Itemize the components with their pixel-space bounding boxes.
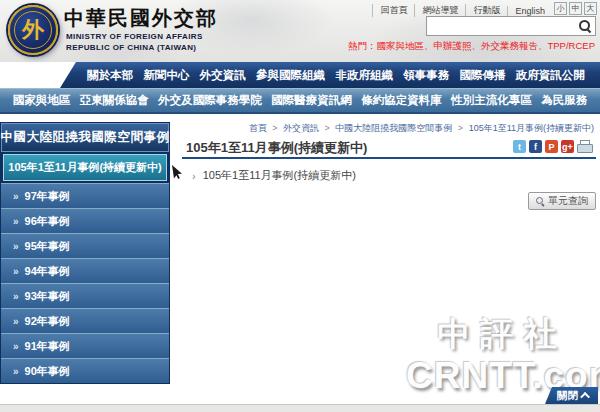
- unit-search-button[interactable]: 單元查詢: [528, 192, 596, 210]
- page: 外 中華民國外交部 MINISTRY OF FOREIGN AFFAIRS RE…: [0, 0, 600, 412]
- double-chevron-icon: »: [13, 241, 19, 252]
- page-title: 105年1至11月事例(持續更新中): [186, 139, 367, 157]
- font-size-large-button[interactable]: 大: [584, 2, 597, 15]
- plurk-share-icon[interactable]: P: [545, 140, 558, 153]
- secondary-nav: 國家與地區 亞東關係協會 外交及國際事務學院 國際醫療資訊網 條約協定資料庫 性…: [0, 88, 600, 114]
- nav2-gender-mainstreaming[interactable]: 性別主流化專區: [451, 93, 532, 108]
- sidebar-item-96[interactable]: » 96年事例: [1, 208, 169, 233]
- link-english[interactable]: English: [507, 6, 552, 16]
- nav2-diplomacy-institute[interactable]: 外交及國際事務學院: [158, 93, 262, 108]
- hot-link-passport[interactable]: 申辦護照: [433, 40, 471, 51]
- print-icon[interactable]: [577, 140, 592, 153]
- font-size-controls: 小 中 大: [554, 2, 597, 15]
- mouse-cursor: [172, 165, 182, 179]
- article-list: › 105年1至11月事例(持續更新中): [192, 168, 356, 183]
- font-size-small-button[interactable]: 小: [554, 2, 567, 15]
- sidebar-item-label: 92年事例: [25, 314, 70, 329]
- double-chevron-icon: »: [13, 216, 19, 227]
- nav2-medical-info-net[interactable]: 國際醫療資訊網: [271, 93, 352, 108]
- nav-consular-affairs[interactable]: 領事事務: [403, 68, 449, 83]
- social-share-bar: t f P g+: [513, 140, 592, 153]
- sidebar: 中國大陸阻撓我國際空間事例 105年1至11月事例(持續更新中) » 97年事例…: [0, 122, 170, 384]
- sidebar-item-94[interactable]: » 94年事例: [1, 258, 169, 283]
- article-link[interactable]: 105年1至11月事例(持續更新中): [203, 168, 356, 183]
- site-title: 中華民國外交部: [64, 5, 218, 32]
- font-size-medium-button[interactable]: 中: [569, 2, 582, 15]
- magnifier-icon: [536, 197, 545, 206]
- breadcrumb-separator: >: [455, 123, 466, 133]
- sidebar-item-93[interactable]: » 93年事例: [1, 283, 169, 308]
- sidebar-item-label: 90年事例: [25, 364, 70, 379]
- mofa-emblem-logo: 外: [8, 5, 58, 55]
- nav2-east-asia-relations[interactable]: 亞東關係協會: [80, 93, 149, 108]
- double-chevron-icon: »: [13, 366, 19, 377]
- chevron-up-icon: [580, 392, 590, 402]
- search-input[interactable]: [427, 18, 578, 34]
- sidebar-item-label: 95年事例: [25, 239, 70, 254]
- site-subtitle-line1: MINISTRY OF FOREIGN AFFAIRS: [66, 32, 203, 41]
- sidebar-item-label: 97年事例: [25, 189, 70, 204]
- sidebar-item-92[interactable]: » 92年事例: [1, 308, 169, 333]
- article-list-item[interactable]: › 105年1至11月事例(持續更新中): [192, 168, 356, 183]
- hot-link-countries[interactable]: 國家與地區: [376, 40, 424, 51]
- nav-gov-info-disclosure[interactable]: 政府資訊公開: [516, 68, 585, 83]
- search-box: [426, 16, 596, 36]
- close-label: 關閉: [557, 389, 578, 403]
- watermark-chinese: 中評社: [406, 312, 598, 357]
- emblem-character: 外: [14, 11, 52, 49]
- breadcrumb-home[interactable]: 首頁: [249, 123, 267, 133]
- list-bullet-icon: ›: [192, 170, 196, 182]
- bottom-strip: [0, 404, 600, 412]
- site-header: 外 中華民國外交部 MINISTRY OF FOREIGN AFFAIRS RE…: [0, 0, 600, 62]
- close-button[interactable]: 關閉: [545, 387, 598, 404]
- breadcrumb-current: 105年1至11月事例(持續更新中): [469, 123, 594, 133]
- sidebar-item-105-active[interactable]: 105年1至11月事例(持續更新中): [3, 154, 167, 181]
- breadcrumb-separator: >: [269, 123, 280, 133]
- sidebar-item-90[interactable]: » 90年事例: [1, 358, 169, 383]
- twitter-share-icon[interactable]: t: [513, 140, 526, 153]
- breadcrumb-obstruction-cases[interactable]: 中國大陸阻撓我國際空間事例: [335, 123, 452, 133]
- double-chevron-icon: »: [13, 291, 19, 302]
- nav-international-media[interactable]: 國際傳播: [460, 68, 506, 83]
- nav2-public-services[interactable]: 為民服務: [541, 93, 587, 108]
- sidebar-item-91[interactable]: » 91年事例: [1, 333, 169, 358]
- hot-separator: 、: [471, 40, 481, 51]
- sidebar-item-97[interactable]: » 97年事例: [1, 183, 169, 208]
- nav-ngo[interactable]: 非政府組織: [335, 68, 393, 83]
- nav-about[interactable]: 關於本部: [87, 68, 133, 83]
- nav-news-center[interactable]: 新聞中心: [143, 68, 189, 83]
- breadcrumb-separator: >: [322, 123, 333, 133]
- sidebar-item-label: 96年事例: [25, 214, 70, 229]
- nav-international-organizations[interactable]: 參與國際組織: [256, 68, 325, 83]
- double-chevron-icon: »: [13, 316, 19, 327]
- hot-link-report[interactable]: 外交業務報告: [481, 40, 538, 51]
- unit-search-label: 單元查詢: [548, 194, 588, 208]
- hot-label: 熱門：: [348, 40, 377, 51]
- double-chevron-icon: »: [13, 341, 19, 352]
- nav-foreign-affairs-info[interactable]: 外交資訊: [200, 68, 246, 83]
- sidebar-title: 中國大陸阻撓我國際空間事例: [1, 123, 169, 152]
- double-chevron-icon: »: [13, 266, 19, 277]
- title-divider: [182, 157, 596, 159]
- nav2-countries-regions[interactable]: 國家與地區: [13, 93, 71, 108]
- search-icon[interactable]: [578, 19, 592, 33]
- sidebar-item-label: 93年事例: [25, 289, 70, 304]
- facebook-share-icon[interactable]: f: [529, 140, 542, 153]
- sidebar-item-label: 91年事例: [25, 339, 70, 354]
- site-subtitle-line2: REPUBLIC OF CHINA (TAIWAN): [66, 43, 196, 52]
- link-home[interactable]: 回首頁: [372, 4, 414, 17]
- googleplus-share-icon[interactable]: g+: [561, 140, 574, 153]
- primary-nav: 關於本部 新聞中心 外交資訊 參與國際組織 非政府組織 領事事務 國際傳播 政府…: [60, 62, 600, 88]
- sidebar-item-label: 94年事例: [25, 264, 70, 279]
- hot-links-row: 熱門：國家與地區、申辦護照、外交業務報告、TPP/RCEP: [348, 40, 595, 53]
- breadcrumb: 首頁 > 外交資訊 > 中國大陸阻撓我國際空間事例 > 105年1至11月事例(…: [180, 122, 594, 135]
- crntt-watermark: 中評社 CRNTT.com: [406, 312, 598, 397]
- sidebar-item-95[interactable]: » 95年事例: [1, 233, 169, 258]
- nav2-treaty-database[interactable]: 條約協定資料庫: [361, 93, 442, 108]
- breadcrumb-foreign-info[interactable]: 外交資訊: [283, 123, 319, 133]
- hot-link-tpp-rcep[interactable]: TPP/RCEP: [547, 40, 595, 51]
- double-chevron-icon: »: [13, 191, 19, 202]
